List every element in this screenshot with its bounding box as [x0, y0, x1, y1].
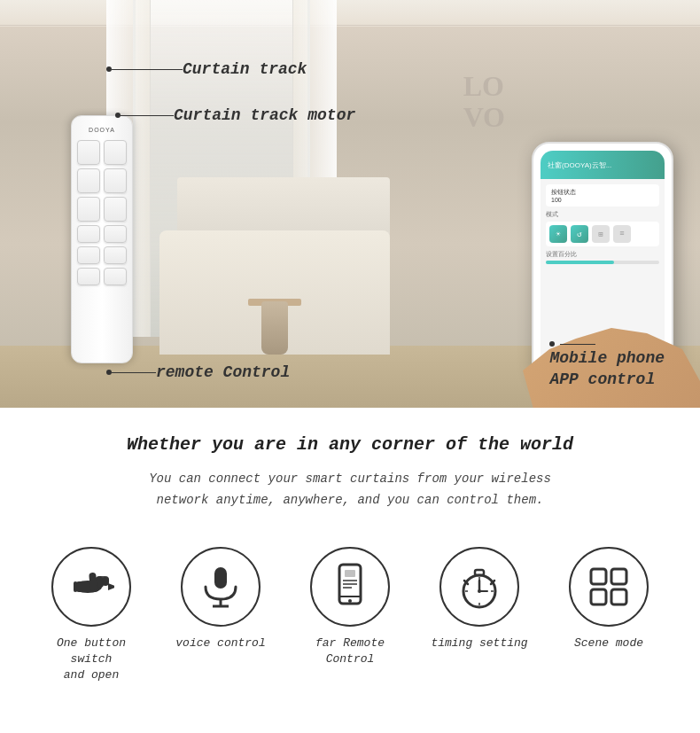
svg-rect-6: [102, 577, 109, 586]
feature-icon-circle-remote: [310, 547, 390, 627]
app-status-row: 按钮状态 100: [546, 184, 659, 207]
subtext-line1: You can connect your smart curtains from…: [149, 472, 551, 486]
feature-label-one-button: One button switchand open: [34, 636, 149, 684]
svg-rect-4: [74, 581, 77, 592]
feature-label-scene: Scene mode: [574, 636, 643, 651]
feature-one-button: One button switchand open: [34, 547, 149, 684]
app-status-value: 100: [551, 197, 654, 203]
annotation-text-curtain-motor: Curtain track motor: [174, 106, 355, 124]
app-slider-track: [546, 261, 659, 264]
remote-control-device: DOOYA: [71, 115, 133, 363]
annotation-text-curtain-track: Curtain track: [183, 60, 307, 78]
annotation-line-4: [560, 344, 595, 345]
svg-point-14: [348, 599, 352, 603]
app-slider-fill: [546, 261, 614, 264]
mode-icon-2: ↺: [571, 225, 588, 243]
subtext: You can connect your smart curtains from…: [44, 469, 656, 511]
feature-icon-circle-voice: [181, 547, 261, 627]
remote-btn-7: [77, 225, 100, 243]
svg-rect-9: [214, 567, 227, 589]
feature-icon-circle-scene: [569, 547, 649, 627]
remote-btn-10: [104, 246, 127, 264]
svg-rect-31: [591, 569, 606, 584]
remote-logo: DOOYA: [89, 127, 115, 133]
wall-art: LOVO: [463, 71, 505, 133]
ceiling: [0, 0, 700, 27]
feature-icon-circle-timing: [439, 547, 519, 627]
feature-label-remote: far Remote Control: [292, 636, 408, 667]
feature-remote: far Remote Control: [292, 547, 408, 667]
hero-section: LOVO DOOYA: [0, 0, 700, 408]
feature-timing: timing setting: [422, 547, 537, 651]
remote-btn-3: [77, 168, 100, 193]
svg-rect-34: [611, 589, 626, 604]
remote-btn-11: [77, 268, 100, 285]
table-decoration: [248, 248, 301, 355]
app-mode-icons: ☀ ↺ ⊞ ≡: [546, 222, 659, 246]
annotation-text-mobile-2: APP control: [549, 370, 665, 390]
feature-icon-circle-one-button: [51, 547, 131, 627]
feature-scene: Scene mode: [551, 547, 666, 651]
annotation-mobile-app: Mobile phone APP control: [549, 341, 665, 390]
remote-btn-5: [77, 197, 100, 222]
annotation-text-mobile-1: Mobile phone: [549, 348, 665, 369]
remote-btn-9: [77, 246, 100, 264]
annotation-line-2: [121, 115, 174, 116]
svg-point-26: [478, 589, 481, 593]
mode-icon-4: ≡: [613, 225, 631, 243]
subtext-line2: network anytime, anywhere, and you can c…: [157, 493, 544, 507]
smartphone-icon: [332, 563, 368, 611]
svg-rect-33: [591, 589, 606, 604]
remote-btn-8: [104, 225, 127, 243]
annotation-dot-4: [549, 341, 555, 347]
remote-btn-4: [104, 168, 127, 193]
svg-rect-15: [345, 570, 355, 577]
svg-rect-20: [475, 570, 484, 575]
microphone-icon: [200, 564, 241, 610]
remote-btn-6: [104, 197, 127, 222]
app-status-label: 按钮状态: [551, 188, 654, 197]
feature-label-voice: voice control: [175, 636, 265, 651]
remote-btn-2: [104, 140, 127, 165]
mode-icon-1: ☀: [549, 225, 567, 243]
app-slider-label: 设置百分比: [546, 250, 659, 259]
feature-voice: voice control: [163, 547, 278, 651]
app-header: 社窗(DOOYA)云智...: [541, 151, 665, 179]
remote-btn-12: [104, 268, 127, 285]
app-mode-label: 模式: [546, 210, 659, 219]
remote-btn-1: [77, 140, 100, 165]
grid-squares-icon: [586, 564, 632, 610]
finger-pointer-icon: [68, 564, 114, 610]
text-section: Whether you are in any corner of the wor…: [0, 408, 700, 529]
svg-marker-8: [108, 583, 114, 590]
ceiling-line: [0, 25, 700, 26]
feature-label-timing: timing setting: [431, 636, 527, 651]
headline: Whether you are in any corner of the wor…: [44, 434, 656, 455]
annotation-text-remote: remote Control: [156, 363, 290, 381]
features-section: One button switchand open voice control: [0, 529, 700, 693]
annotation-line-3: [112, 372, 156, 373]
annotation-curtain-motor: Curtain track motor: [115, 106, 355, 124]
stopwatch-icon: [455, 561, 503, 612]
annotation-remote: remote Control: [106, 363, 290, 381]
svg-rect-32: [611, 569, 626, 584]
mode-icon-3: ⊞: [592, 225, 610, 243]
annotation-line-1: [112, 69, 183, 70]
app-title: 社窗(DOOYA)云智...: [548, 160, 611, 170]
annotation-curtain-track: Curtain track: [106, 60, 307, 78]
